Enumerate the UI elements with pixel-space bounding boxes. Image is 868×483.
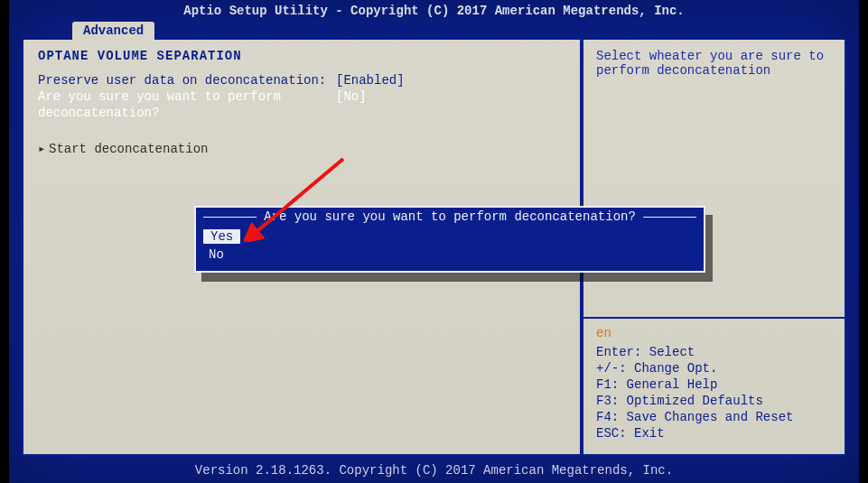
value-confirm-deconcatenation: [No]: [336, 88, 565, 121]
screen-token: en: [596, 326, 611, 340]
kb-f4: F4: Save Changes and Reset: [596, 409, 832, 425]
kb-opt: +/-: Change Opt.: [596, 360, 832, 376]
key-help: en Enter: Select +/-: Change Opt. F1: Ge…: [583, 317, 845, 454]
help-text: Select wheater you are sure to perform d…: [583, 40, 845, 317]
footer-version: Version 2.18.1263. Copyright (C) 2017 Am…: [9, 463, 859, 478]
menu-marker-icon: ▸: [38, 141, 49, 156]
label-preserve-user-data: Preserve user data on deconcatenation:: [38, 72, 336, 88]
popup-title: Are you sure you want to perform deconca…: [257, 209, 643, 224]
title-bar: Aptio Setup Utility - Copyright (C) 2017…: [9, 0, 859, 22]
popup-title-wrap: Are you sure you want to perform deconca…: [200, 211, 700, 224]
action-label: Start deconcatenation: [49, 142, 208, 156]
tab-advanced[interactable]: Advanced: [72, 22, 154, 40]
popup-option-no[interactable]: No: [200, 246, 700, 264]
tab-strip: Advanced: [72, 22, 859, 40]
confirm-popup: Are you sure you want to perform deconca…: [194, 206, 705, 273]
kb-f3: F3: Optimized Defaults: [596, 393, 832, 409]
kb-enter: Enter: Select: [596, 344, 832, 360]
kb-esc: ESC: Exit: [596, 425, 832, 441]
kb-f1: F1: General Help: [596, 376, 832, 393]
popup-option-yes-row[interactable]: Yes: [200, 228, 700, 246]
bios-screen: Aptio Setup Utility - Copyright (C) 2017…: [9, 0, 859, 483]
row-preserve-user-data[interactable]: Preserve user data on deconcatenation: […: [38, 72, 565, 88]
row-confirm-deconcatenation[interactable]: Are you sure you want to perform deconca…: [38, 88, 565, 121]
label-confirm-deconcatenation: Are you sure you want to perform deconca…: [38, 88, 336, 121]
section-title: OPTANE VOLUME SEPARATION: [38, 49, 565, 63]
value-preserve-user-data: [Enabled]: [336, 72, 565, 88]
popup-option-yes[interactable]: Yes: [203, 229, 240, 244]
action-start-deconcatenation[interactable]: ▸Start deconcatenation: [38, 141, 565, 156]
